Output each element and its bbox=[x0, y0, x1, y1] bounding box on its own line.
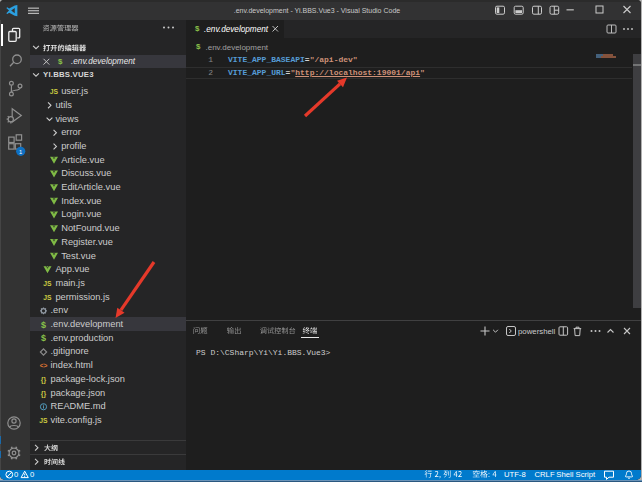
svg-text:JS: JS bbox=[43, 280, 52, 287]
svg-text:1: 1 bbox=[19, 149, 22, 155]
svg-text:{}: {} bbox=[41, 376, 47, 384]
svg-text:{}: {} bbox=[41, 390, 47, 398]
svg-text:$: $ bbox=[41, 320, 46, 330]
svg-text:JS: JS bbox=[39, 417, 48, 424]
svg-text:$: $ bbox=[41, 333, 46, 343]
svg-text:<>: <> bbox=[40, 362, 48, 369]
svg-text:JS: JS bbox=[43, 294, 52, 301]
svg-text:JS: JS bbox=[50, 88, 59, 95]
